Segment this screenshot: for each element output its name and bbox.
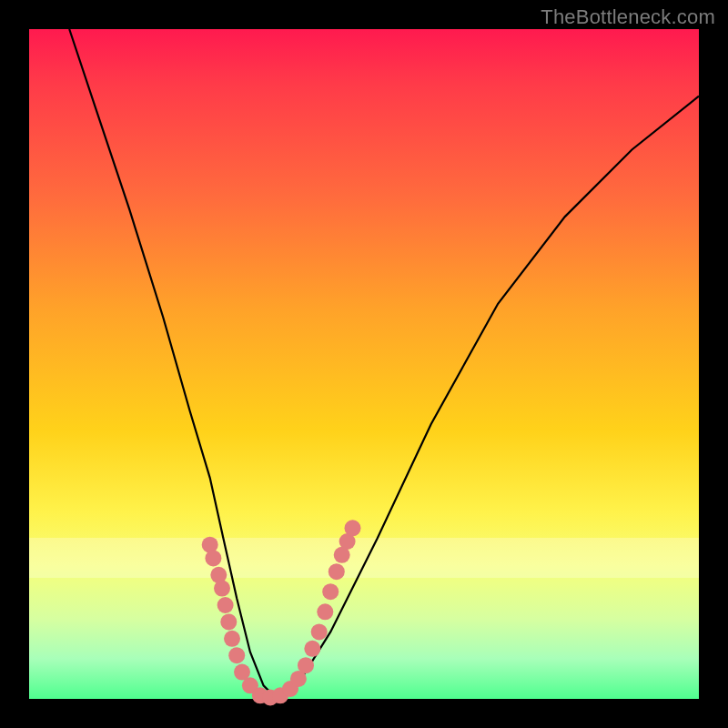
highlight-marker bbox=[228, 647, 245, 663]
highlight-marker bbox=[205, 550, 221, 566]
highlight-marker bbox=[322, 583, 339, 600]
highlight-marker bbox=[220, 613, 237, 630]
highlight-marker bbox=[317, 603, 333, 620]
highlight-marker bbox=[329, 563, 345, 580]
highlight-marker bbox=[311, 623, 328, 640]
bottleneck-curve-path bbox=[69, 29, 699, 699]
highlight-marker bbox=[304, 641, 320, 657]
highlight-marker bbox=[214, 581, 230, 597]
watermark-text: TheBottleneck.com bbox=[541, 5, 715, 29]
highlight-marker bbox=[298, 657, 314, 673]
chart-svg bbox=[29, 29, 699, 699]
highlight-marker bbox=[345, 520, 361, 536]
highlight-marker bbox=[224, 631, 240, 647]
chart-plot-area bbox=[29, 29, 699, 699]
chart-frame: TheBottleneck.com bbox=[0, 0, 728, 728]
highlight-marker bbox=[217, 597, 234, 613]
